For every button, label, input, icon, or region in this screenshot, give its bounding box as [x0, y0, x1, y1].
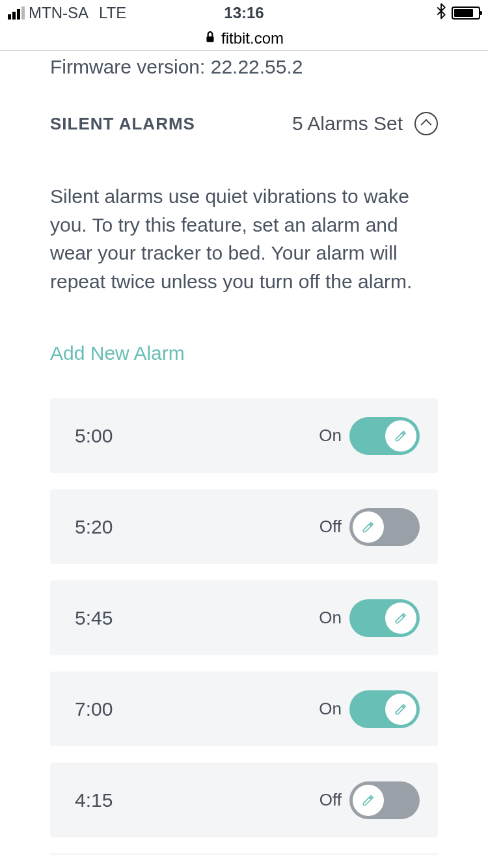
alarm-state-label: Off — [319, 517, 342, 537]
carrier-label: MTN-SA — [29, 4, 88, 22]
svg-rect-0 — [206, 36, 213, 42]
toggle-knob — [385, 420, 416, 452]
alarm-time: 5:20 — [75, 516, 113, 538]
alarm-state-label: On — [319, 608, 342, 628]
alarm-state-label: On — [319, 699, 342, 719]
alarm-time: 7:00 — [75, 698, 113, 720]
toggle-knob — [385, 603, 416, 634]
alarm-state-label: On — [319, 426, 342, 446]
alarm-row[interactable]: 5:20Off — [50, 489, 438, 564]
status-left: MTN-SA LTE — [8, 4, 126, 22]
alarm-toggle[interactable] — [349, 690, 420, 728]
url-domain: fitbit.com — [221, 29, 284, 47]
alarm-toggle[interactable] — [349, 417, 420, 455]
battery-icon — [452, 7, 480, 20]
alarm-toggle[interactable] — [349, 781, 420, 819]
clock: 13:16 — [224, 4, 264, 22]
toggle-knob — [353, 785, 384, 816]
bluetooth-icon — [436, 3, 446, 23]
alarm-toggle[interactable] — [349, 599, 420, 637]
firmware-version: Firmware version: 22.22.55.2 — [50, 51, 438, 78]
signal-icon — [8, 7, 25, 20]
toggle-knob — [353, 511, 384, 543]
alarm-row[interactable]: 7:00On — [50, 671, 438, 746]
alarm-time: 5:00 — [75, 425, 113, 447]
divider — [50, 854, 438, 854]
alarm-list: 5:00On5:20Off5:45On7:00On4:15Off — [50, 398, 438, 837]
alarm-row[interactable]: 5:00On — [50, 398, 438, 473]
alarm-row[interactable]: 4:15Off — [50, 763, 438, 837]
url-bar[interactable]: fitbit.com — [0, 26, 488, 51]
status-bar: MTN-SA LTE 13:16 — [0, 0, 488, 26]
pencil-icon — [394, 612, 407, 625]
alarm-time: 5:45 — [75, 607, 113, 629]
silent-alarms-header[interactable]: SILENT ALARMS 5 Alarms Set — [50, 112, 438, 135]
alarms-count: 5 Alarms Set — [292, 113, 403, 135]
network-label: LTE — [99, 4, 126, 22]
silent-alarms-title: SILENT ALARMS — [50, 114, 195, 134]
pencil-icon — [362, 794, 375, 807]
chevron-up-icon[interactable] — [414, 112, 438, 135]
alarms-description: Silent alarms use quiet vibrations to wa… — [50, 182, 438, 295]
lock-icon — [204, 29, 216, 47]
alarm-state-label: Off — [319, 790, 342, 810]
status-right — [436, 3, 480, 23]
pencil-icon — [362, 521, 375, 534]
add-new-alarm-link[interactable]: Add New Alarm — [50, 342, 438, 364]
alarm-toggle[interactable] — [349, 508, 420, 546]
alarm-row[interactable]: 5:45On — [50, 580, 438, 655]
pencil-icon — [394, 703, 407, 716]
pencil-icon — [394, 429, 407, 442]
toggle-knob — [385, 694, 416, 725]
alarm-time: 4:15 — [75, 789, 113, 811]
